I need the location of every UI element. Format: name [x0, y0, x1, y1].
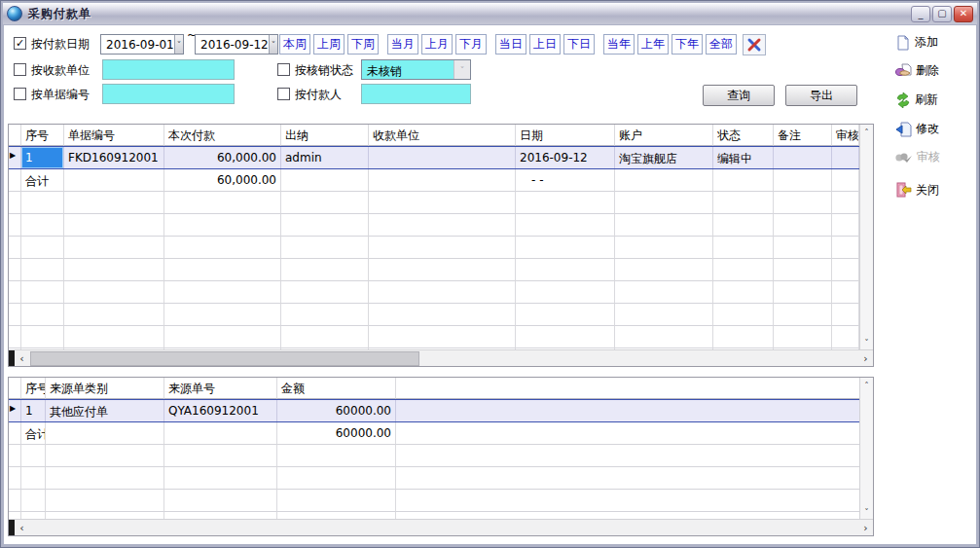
cell-date[interactable]: 2016-09-12	[516, 147, 615, 168]
scroll-up-icon[interactable]: ˄	[860, 125, 873, 139]
exit-door-icon	[895, 182, 912, 199]
total-date-placeholder: - -	[516, 169, 615, 192]
modify-icon	[895, 122, 912, 137]
cell-remark[interactable]	[774, 147, 832, 168]
col-header-amount[interactable]: 金额	[277, 378, 396, 399]
title-bar: 采购付款单 _ ▢ ✕	[3, 3, 977, 24]
scroll-left-icon[interactable]: ‹	[15, 520, 29, 535]
minimize-button[interactable]: _	[911, 6, 930, 22]
scroll-down-icon[interactable]: ˅	[860, 504, 873, 519]
col-header-seq[interactable]: 序号	[21, 378, 46, 399]
cell-source-type[interactable]: 其他应付单	[46, 400, 164, 421]
table-row[interactable]: ▶ 1 FKD160912001 60,000.00 admin 2016-09…	[9, 146, 859, 169]
col-header-source-type[interactable]: 来源单类别	[46, 378, 164, 399]
doc-no-input[interactable]	[102, 84, 235, 104]
cell-doc-no[interactable]: FKD160912001	[64, 147, 164, 168]
quick-range-all[interactable]: 全部	[706, 34, 737, 55]
cell-cashier[interactable]: admin	[281, 147, 369, 168]
quick-range-last-week[interactable]: 上周	[313, 34, 345, 55]
cell-seq[interactable]: 1	[21, 147, 64, 168]
col-header-date[interactable]: 日期	[516, 125, 615, 146]
quick-range-last-month[interactable]: 上月	[421, 34, 453, 55]
by-payer-checkbox[interactable]	[277, 88, 290, 100]
delete-button[interactable]: 删除	[895, 62, 939, 79]
quick-range-last-year[interactable]: 上年	[637, 34, 669, 55]
col-header-seq[interactable]: 序号	[21, 125, 64, 146]
scroll-up-icon[interactable]: ˄	[860, 378, 873, 392]
by-payer-label: 按付款人	[295, 87, 342, 103]
modify-button-label: 修改	[916, 121, 939, 137]
cell-amount[interactable]: 60000.00	[277, 400, 396, 421]
cell-audit[interactable]	[832, 147, 859, 168]
by-doc-no-checkbox[interactable]	[14, 88, 26, 100]
cell-account[interactable]: 淘宝旗舰店	[615, 147, 713, 168]
header-spacer	[9, 378, 21, 399]
cell-payee[interactable]	[369, 147, 516, 168]
chevron-down-icon[interactable]: ˅	[454, 60, 470, 79]
by-pay-date-label: 按付款日期	[31, 36, 90, 53]
query-button-label: 查询	[727, 88, 750, 104]
col-header-remark[interactable]: 备注	[774, 125, 832, 146]
query-button[interactable]: 查询	[703, 85, 775, 106]
date-from-combobox[interactable]: 2016-09-01 ˅	[100, 34, 184, 55]
payment-table: 序号 单据编号 本次付款 出纳 收款单位 日期 账户 状态 备注 审核 ▶ 1 …	[8, 124, 874, 367]
quick-range-tomorrow[interactable]: 下日	[563, 34, 595, 55]
quick-range-yesterday[interactable]: 上日	[529, 34, 561, 55]
scroll-right-icon[interactable]: ›	[858, 350, 873, 366]
col-header-cashier[interactable]: 出纳	[281, 125, 369, 146]
quick-range-next-week[interactable]: 下周	[347, 34, 379, 55]
add-button[interactable]: 添加	[895, 34, 938, 51]
col-header-payment[interactable]: 本次付款	[164, 125, 281, 146]
scroll-down-icon[interactable]: ˅	[860, 335, 873, 349]
close-button[interactable]: ✕	[954, 6, 973, 22]
payee-input[interactable]	[102, 59, 235, 80]
quick-range-this-week[interactable]: 本周	[279, 34, 310, 55]
col-header-doc-no[interactable]: 单据编号	[64, 125, 164, 146]
chevron-down-icon[interactable]: ˅	[269, 35, 277, 54]
row-pointer-icon: ▶	[9, 147, 21, 168]
col-header-audit[interactable]: 审核	[832, 125, 859, 146]
total-label: 合计	[21, 422, 46, 445]
add-document-icon	[895, 35, 911, 51]
col-header-status[interactable]: 状态	[713, 125, 774, 146]
cell-status[interactable]: 编辑中	[713, 147, 774, 168]
payment-table-header: 序号 单据编号 本次付款 出纳 收款单位 日期 账户 状态 备注 审核	[9, 125, 859, 146]
scroll-right-icon[interactable]: ›	[858, 520, 873, 535]
source-table: 序号 来源单类别 来源单号 金额 ▶ 1 其他应付单 QYA160912001 …	[8, 377, 874, 536]
filter-settings-button[interactable]	[743, 34, 766, 55]
col-header-payee[interactable]: 收款单位	[369, 125, 516, 146]
quick-range-this-month[interactable]: 当月	[387, 34, 418, 55]
payer-input[interactable]	[361, 84, 471, 104]
quick-range-this-year[interactable]: 当年	[603, 34, 635, 55]
maximize-button[interactable]: ▢	[932, 6, 952, 22]
export-button[interactable]: 导出	[785, 85, 857, 106]
quick-range-today[interactable]: 当日	[495, 34, 526, 55]
cell-seq[interactable]: 1	[21, 400, 46, 421]
chevron-down-icon[interactable]: ˅	[174, 35, 183, 54]
header-spacer	[9, 125, 21, 146]
verify-status-combobox[interactable]: 未核销 ˅	[361, 59, 471, 80]
scroll-left-icon[interactable]: ‹	[15, 350, 29, 366]
vertical-scrollbar[interactable]: ˄ ˅	[859, 378, 873, 519]
close-window-button[interactable]: 关闭	[895, 182, 939, 199]
scrollbar-thumb[interactable]	[30, 351, 419, 366]
horizontal-scrollbar[interactable]: ‹ ›	[9, 349, 873, 366]
by-payee-checkbox[interactable]	[14, 63, 26, 76]
quick-range-next-month[interactable]: 下月	[455, 34, 487, 55]
date-from-value: 2016-09-01	[101, 35, 174, 54]
cell-payment[interactable]: 60,000.00	[164, 147, 281, 168]
empty-row	[9, 304, 859, 326]
col-header-source-no[interactable]: 来源单号	[164, 378, 277, 399]
total-row: 合计 60000.00	[9, 422, 859, 445]
quick-range-next-year[interactable]: 下年	[671, 34, 703, 55]
vertical-scrollbar[interactable]: ˄ ˅	[859, 125, 873, 349]
horizontal-scrollbar[interactable]: ‹ ›	[9, 519, 873, 535]
by-pay-date-checkbox[interactable]: ✓	[14, 37, 26, 50]
modify-button[interactable]: 修改	[895, 121, 939, 137]
by-verify-status-checkbox[interactable]	[277, 63, 290, 76]
col-header-account[interactable]: 账户	[615, 125, 713, 146]
cell-source-no[interactable]: QYA160912001	[164, 400, 277, 421]
date-to-combobox[interactable]: 2016-09-12 ˅	[195, 34, 278, 55]
refresh-button[interactable]: 刷新	[895, 91, 938, 108]
table-row[interactable]: ▶ 1 其他应付单 QYA160912001 60000.00	[9, 399, 859, 422]
